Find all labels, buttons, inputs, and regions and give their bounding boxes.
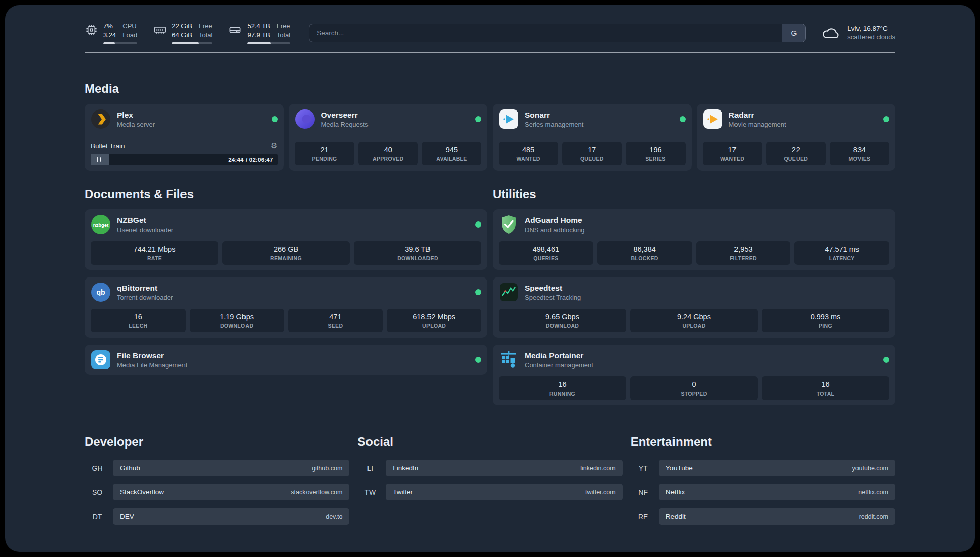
bookmark-github[interactable]: GH Github github.com — [85, 460, 349, 476]
service-name: Media Portainer — [525, 351, 593, 360]
pause-icon[interactable] — [91, 157, 107, 162]
stat-box: 2,953 FILTERED — [696, 241, 791, 265]
stat-value: 9.65 Gbps — [501, 313, 624, 321]
service-subtitle: Speedtest Tracking — [525, 294, 581, 301]
stat-value: 834 — [832, 146, 887, 154]
stat-box: 498,461 QUERIES — [499, 241, 593, 265]
stat-box: 17 WANTED — [703, 142, 762, 165]
stat-box: 16 TOTAL — [762, 376, 889, 400]
stat-label: RUNNING — [501, 391, 624, 397]
service-stats: 21 PENDING 40 APPROVED 945 AVAILABLE — [295, 142, 482, 165]
service-card-plex[interactable]: Plex Media server Bullet Train ⚙ 24:44 /… — [85, 104, 284, 171]
cpu-icon — [85, 23, 98, 37]
stat-box: 16 RUNNING — [499, 376, 626, 400]
service-stats: 9.65 Gbps DOWNLOAD 9.24 Gbps UPLOAD 0.99… — [499, 309, 889, 332]
stat-label: QUERIES — [501, 255, 591, 261]
memory-progress-bar — [172, 42, 212, 44]
cloud-icon — [821, 26, 841, 41]
section-title-entertainment: Entertainment — [631, 434, 895, 450]
stat-label: LATENCY — [797, 255, 887, 261]
service-card-nzbget[interactable]: nzbget NZBGet Usenet downloader 744.21 M… — [85, 209, 487, 270]
bookmark-linkedin[interactable]: LI LinkedIn linkedin.com — [357, 460, 622, 476]
service-name: Sonarr — [525, 110, 583, 120]
bookmark-twitter[interactable]: TW Twitter twitter.com — [357, 484, 622, 500]
top-bar: 7% 3.24 CPU Load — [85, 22, 895, 44]
service-card-portainer[interactable]: Media Portainer Container management 16 … — [493, 345, 895, 405]
bookmark-name: DEV — [120, 513, 134, 520]
stat-box: 0 STOPPED — [630, 376, 758, 400]
service-subtitle: Torrent downloader — [117, 294, 173, 301]
bookmark-name: StackOverflow — [120, 488, 164, 496]
service-name: NZBGet — [117, 215, 173, 225]
memory-total-value: 64 GiB — [172, 31, 192, 39]
bookmark-url: github.com — [312, 465, 342, 472]
service-card-adguard[interactable]: AdGuard Home DNS and adblocking 498,461 … — [493, 209, 895, 270]
stat-value: 21 — [297, 146, 352, 154]
bookmark-group-entertainment: Entertainment YT YouTube youtube.com NF … — [631, 434, 895, 532]
stat-label: DOWNLOAD — [501, 323, 624, 329]
stat-box: 618.52 Mbps UPLOAD — [387, 309, 481, 332]
bookmark-netflix[interactable]: NF Netflix netflix.com — [631, 484, 895, 500]
bookmark-abbr: RE — [631, 513, 656, 521]
stat-label: LEECH — [93, 323, 183, 329]
service-subtitle: Media Requests — [321, 121, 369, 128]
search-bar: G — [309, 24, 806, 42]
radarr-icon — [703, 109, 723, 129]
service-stats: 744.21 Mbps RATE 266 GB REMAINING 39.6 T… — [91, 241, 481, 265]
stat-label: QUEUED — [564, 156, 620, 162]
service-subtitle: Series management — [525, 121, 583, 128]
bookmark-name: YouTube — [666, 464, 693, 472]
stat-value: 744.21 Mbps — [93, 245, 216, 254]
bookmarks-section: Developer GH Github github.com SO StackO… — [85, 434, 895, 532]
cpu-load-label: Load — [122, 31, 137, 39]
bookmark-youtube[interactable]: YT YouTube youtube.com — [631, 460, 895, 476]
stat-box: 485 WANTED — [499, 142, 558, 165]
stat-label: SEED — [290, 323, 381, 329]
bookmark-name: Twitter — [393, 488, 413, 496]
service-card-sonarr[interactable]: Sonarr Series management 485 WANTED 17 Q… — [493, 104, 692, 171]
service-card-filebrowser[interactable]: File Browser Media File Management — [85, 345, 487, 375]
stat-value: 2,953 — [698, 245, 789, 254]
stat-box: 39.6 TB DOWNLOADED — [354, 241, 481, 265]
portainer-icon — [499, 350, 519, 370]
playback-progress-bar[interactable]: 24:44 / 02:06:47 — [91, 154, 278, 165]
bookmark-name: Reddit — [666, 513, 686, 520]
filebrowser-icon — [91, 350, 111, 370]
service-name: qBittorrent — [117, 283, 173, 293]
search-provider-button[interactable]: G — [782, 24, 805, 42]
now-playing-widget: Bullet Train ⚙ 24:44 / 02:06:47 — [91, 142, 278, 165]
memory-total-label: Total — [199, 31, 212, 39]
cpu-label: CPU — [122, 22, 137, 30]
stat-label: UPLOAD — [389, 323, 479, 329]
weather-condition: scattered clouds — [847, 33, 895, 41]
stat-box: 16 LEECH — [91, 309, 186, 332]
service-stats: 485 WANTED 17 QUEUED 196 SERIES — [499, 142, 686, 165]
stat-value: 47.571 ms — [797, 245, 887, 254]
stat-value: 22 — [768, 146, 824, 154]
topbar-divider — [85, 52, 895, 53]
gear-icon[interactable]: ⚙ — [271, 142, 277, 150]
service-subtitle: DNS and adblocking — [525, 226, 585, 234]
bookmark-dev[interactable]: DT DEV dev.to — [85, 508, 349, 525]
search-input[interactable] — [309, 24, 782, 42]
documents-utilities-cards: nzbget NZBGet Usenet downloader 744.21 M… — [85, 209, 895, 405]
service-card-overseerr[interactable]: Overseerr Media Requests 21 PENDING 40 A… — [289, 104, 488, 171]
stat-value: 39.6 TB — [356, 245, 479, 254]
bookmark-reddit[interactable]: RE Reddit reddit.com — [631, 508, 895, 525]
bookmark-url: linkedin.com — [580, 465, 615, 472]
service-subtitle: Media server — [117, 121, 155, 128]
memory-free-value: 22 GiB — [172, 22, 192, 30]
stat-value: 40 — [360, 146, 416, 154]
stat-box: 834 MOVIES — [830, 142, 889, 165]
stat-box: 945 AVAILABLE — [422, 142, 481, 165]
stat-box: 196 SERIES — [626, 142, 685, 165]
service-card-speedtest[interactable]: Speedtest Speedtest Tracking 9.65 Gbps D… — [493, 277, 895, 338]
bookmark-stackoverflow[interactable]: SO StackOverflow stackoverflow.com — [85, 484, 349, 500]
stat-box: 86,384 BLOCKED — [597, 241, 692, 265]
service-subtitle: Movie management — [729, 121, 786, 128]
service-card-radarr[interactable]: Radarr Movie management 17 WANTED 22 QUE… — [697, 104, 896, 171]
service-card-qbittorrent[interactable]: qb qBittorrent Torrent downloader 16 LEE… — [85, 277, 487, 338]
bookmark-url: dev.to — [326, 513, 342, 520]
section-title-documents: Documents & Files — [85, 187, 487, 202]
overseerr-icon — [295, 109, 315, 129]
